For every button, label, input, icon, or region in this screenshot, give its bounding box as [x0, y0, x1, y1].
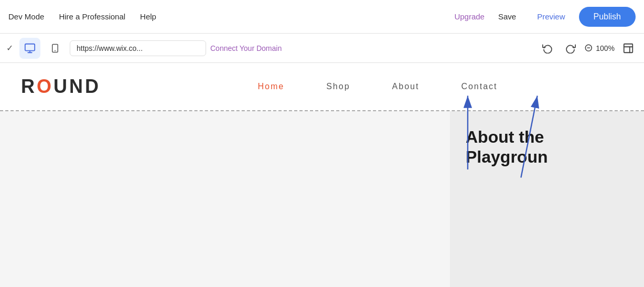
preview-button[interactable]: Preview: [530, 9, 572, 24]
logo-o: O: [37, 76, 53, 97]
about-title-line2: Playgroun: [466, 147, 628, 167]
nav-contact[interactable]: Contact: [461, 82, 497, 91]
canvas-area: ROUND Home Shop About Contact About the …: [0, 63, 644, 287]
top-nav-bar: Dev Mode Hire a Professional Help Upgrad…: [0, 0, 644, 34]
about-right-panel: About the Playgroun: [450, 111, 644, 287]
top-bar-right: Upgrade Save Preview Publish: [454, 7, 636, 27]
layout-toggle-button[interactable]: [619, 39, 638, 58]
zoom-area: 100%: [584, 44, 615, 53]
zoom-out-icon[interactable]: [584, 44, 594, 53]
undo-icon: [542, 43, 553, 54]
dev-mode-link[interactable]: Dev Mode: [8, 12, 44, 21]
nav-shop[interactable]: Shop: [326, 82, 350, 91]
connect-domain-link[interactable]: Connect Your Domain: [210, 44, 282, 52]
mobile-view-button[interactable]: [45, 38, 66, 59]
publish-button[interactable]: Publish: [579, 7, 636, 27]
svg-rect-0: [25, 44, 35, 50]
hire-professional-link[interactable]: Hire a Professional: [59, 12, 125, 21]
desktop-view-button[interactable]: [19, 38, 40, 59]
about-title-line1: About the: [466, 127, 628, 147]
site-preview: ROUND Home Shop About Contact About the …: [0, 63, 644, 287]
about-section: About the Playgroun: [0, 111, 644, 287]
about-left-panel: [0, 111, 450, 287]
url-bar[interactable]: https://www.wix.co...: [70, 40, 206, 56]
save-button[interactable]: Save: [491, 9, 523, 24]
undo-button[interactable]: [538, 39, 557, 58]
upgrade-button[interactable]: Upgrade: [454, 12, 485, 21]
nav-about[interactable]: About: [392, 82, 420, 91]
site-header: ROUND Home Shop About Contact: [0, 63, 644, 110]
redo-button[interactable]: [561, 39, 580, 58]
mobile-icon: [50, 42, 60, 54]
redo-icon: [565, 43, 576, 54]
site-logo: ROUND: [21, 76, 101, 98]
zoom-level: 100%: [596, 44, 615, 52]
nav-home[interactable]: Home: [258, 82, 285, 91]
url-text: https://www.wix.co...: [77, 44, 143, 52]
top-bar-left: Dev Mode Hire a Professional Help: [8, 12, 442, 21]
desktop-icon: [24, 42, 36, 54]
layout-icon: [622, 42, 634, 54]
svg-rect-7: [624, 44, 633, 52]
checkmark-icon: ✓: [6, 43, 13, 53]
second-toolbar: ✓ https://www.wix.co... Connect Your Dom…: [0, 34, 644, 63]
help-link[interactable]: Help: [140, 12, 156, 21]
site-nav: Home Shop About Contact: [132, 82, 623, 91]
